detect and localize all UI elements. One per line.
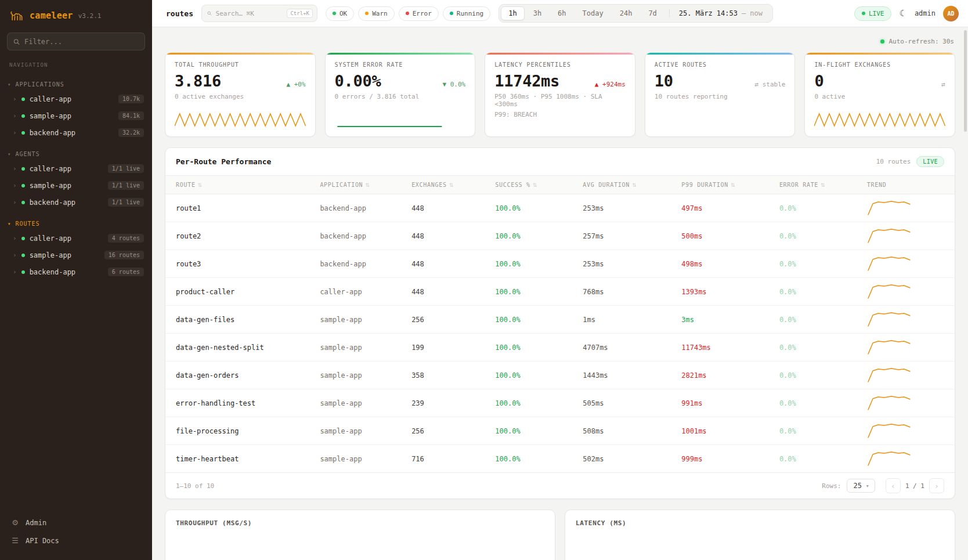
app-version: v3.2.1 (78, 12, 102, 20)
in-flight-sparkline (814, 110, 945, 129)
table-row[interactable]: route1 backend-app 448 100.0% 253ms 497m… (165, 194, 955, 222)
status-dot-icon (21, 167, 25, 171)
status-filter-chip[interactable]: OK (326, 6, 354, 21)
route-name: data-gen-files (165, 306, 315, 334)
avatar[interactable]: AD (943, 6, 959, 21)
time-range-3h[interactable]: 3h (526, 6, 549, 20)
table-row[interactable]: product-caller caller-app 448 100.0% 768… (165, 278, 955, 306)
table-row[interactable]: timer-heartbeat sample-app 716 100.0% 50… (165, 445, 955, 473)
col-avg-duration[interactable]: AVG DURATION⇅ (578, 176, 677, 194)
next-page-button[interactable]: › (929, 478, 944, 493)
sidebar-filter-input[interactable] (24, 38, 139, 46)
page-indicator: 1 / 1 (905, 482, 924, 490)
avg-duration: 1443ms (578, 362, 677, 389)
search-input[interactable] (216, 10, 283, 17)
success-rate: 100.0% (490, 389, 578, 417)
trend-sparkline (867, 338, 911, 356)
throughput-sparkline (175, 110, 306, 129)
throughput-chart-panel: THROUGHPUT (MSG/S) (165, 510, 555, 560)
status-dot-icon (21, 201, 25, 204)
sidebar-item-application[interactable]: › sample-app 84.1k (0, 107, 152, 124)
success-rate: 100.0% (490, 194, 578, 222)
col-exchanges[interactable]: EXCHANGES⇅ (407, 176, 490, 194)
per-route-performance-panel: Per-Route Performance 10 routes LIVE ROU… (165, 147, 955, 499)
error-rate: 0.0% (775, 334, 862, 362)
time-range-7d[interactable]: 7d (641, 6, 664, 20)
rows-per-page-select[interactable]: 25 ▾ (847, 479, 875, 493)
status-filter-chip[interactable]: Warn (358, 6, 395, 21)
p99-duration: 11743ms (677, 334, 775, 362)
sidebar-item-application[interactable]: › backend-app 32.2k (0, 124, 152, 141)
kpi-value: 10 (655, 72, 673, 90)
col-application[interactable]: APPLICATION⇅ (315, 176, 407, 194)
status-filter-chip[interactable]: Error (399, 6, 439, 21)
p99-duration: 1001ms (677, 417, 775, 445)
kpi-delta: ⇄ stable (754, 81, 785, 88)
exchanges-count: 448 (407, 250, 490, 278)
col-success[interactable]: SUCCESS %⇅ (490, 176, 578, 194)
time-range-24h[interactable]: 24h (612, 6, 640, 20)
count-badge: 32.2k (118, 128, 144, 137)
panel-header: Per-Route Performance 10 routes LIVE (165, 148, 955, 175)
table-row[interactable]: file-processing sample-app 256 100.0% 50… (165, 417, 955, 445)
global-search[interactable]: Ctrl+K (201, 5, 317, 22)
sidebar-item-route-group[interactable]: › caller-app 4 routes (0, 230, 152, 247)
dark-mode-toggle[interactable]: ☾ (899, 8, 906, 19)
col-p99-duration[interactable]: P99 DURATION⇅ (677, 176, 775, 194)
col-error-rate[interactable]: ERROR RATE⇅ (775, 176, 862, 194)
route-name: data-gen-nested-split (165, 334, 315, 362)
table-row[interactable]: data-gen-files sample-app 256 100.0% 1ms… (165, 306, 955, 334)
kpi-active-routes: ACTIVE ROUTES 10 ⇄ stable 10 routes repo… (645, 52, 796, 137)
sidebar-item-route-group[interactable]: › sample-app 16 routes (0, 247, 152, 263)
trend-sparkline (867, 283, 911, 300)
error-rate: 0.0% (775, 362, 862, 389)
section-header-agents[interactable]: ▾ AGENTS (0, 148, 152, 160)
exchanges-count: 199 (407, 334, 490, 362)
chevron-right-icon: › (13, 96, 17, 102)
table-row[interactable]: data-gen-nested-split sample-app 199 100… (165, 334, 955, 362)
avg-duration: 768ms (578, 278, 677, 306)
trend-sparkline (867, 255, 911, 272)
search-icon (13, 38, 20, 45)
time-range-1h[interactable]: 1h (501, 6, 524, 20)
sidebar-item-agent[interactable]: › caller-app 1/1 live (0, 160, 152, 177)
section-header-applications[interactable]: ▾ APPLICATIONS (0, 78, 152, 91)
live-status-pill[interactable]: LIVE (854, 6, 892, 21)
table-row[interactable]: error-handling-test sample-app 239 100.0… (165, 389, 955, 417)
trend-sparkline (867, 450, 911, 467)
status-filter-chip[interactable]: Running (443, 6, 490, 21)
route-name: route2 (165, 222, 315, 250)
table-row[interactable]: route2 backend-app 448 100.0% 257ms 500m… (165, 222, 955, 250)
application-name: backend-app (315, 194, 407, 222)
sidebar-item-agent[interactable]: › sample-app 1/1 live (0, 177, 152, 194)
date-start: 25. März 14:53 (679, 9, 738, 17)
section-header-routes[interactable]: ▾ ROUTES (0, 218, 152, 230)
kpi-delta: ▼ 0.0% (442, 81, 465, 88)
col-route[interactable]: ROUTE⇅ (165, 176, 315, 194)
status-dot-icon (21, 254, 25, 257)
date-range-display[interactable]: 25. März 14:53 — now (669, 9, 771, 17)
prev-page-button[interactable]: ‹ (886, 478, 901, 493)
status-dot-icon (21, 270, 25, 274)
table-row[interactable]: data-gen-orders sample-app 358 100.0% 14… (165, 362, 955, 389)
sidebar-item-application[interactable]: › caller-app 10.7k (0, 91, 152, 107)
sidebar-filter[interactable] (7, 32, 145, 50)
kpi-value: 11742ms (494, 72, 559, 90)
sidebar-item-agent[interactable]: › backend-app 1/1 live (0, 194, 152, 211)
caret-down-icon: ▾ (8, 222, 11, 226)
scrollbar[interactable] (964, 30, 967, 132)
app-logo[interactable]: cameleer v3.2.1 (0, 0, 152, 29)
sort-icon: ⇅ (533, 182, 537, 188)
sidebar-footer: ⚙ Admin ☰ API Docs (0, 508, 152, 560)
success-rate: 100.0% (490, 250, 578, 278)
kpi-delta: ▲ +924ms (595, 81, 626, 88)
time-range-6h[interactable]: 6h (550, 6, 573, 20)
rows-per-page-label: Rows: (822, 482, 841, 490)
p99-duration: 498ms (677, 250, 775, 278)
sidebar-item-admin[interactable]: ⚙ Admin (5, 514, 147, 532)
table-row[interactable]: route3 backend-app 448 100.0% 253ms 498m… (165, 250, 955, 278)
pagination-range: 1–10 of 10 (176, 482, 214, 490)
sidebar-item-api-docs[interactable]: ☰ API Docs (5, 532, 147, 550)
sidebar-item-route-group[interactable]: › backend-app 6 routes (0, 263, 152, 280)
time-range-today[interactable]: Today (575, 6, 611, 20)
